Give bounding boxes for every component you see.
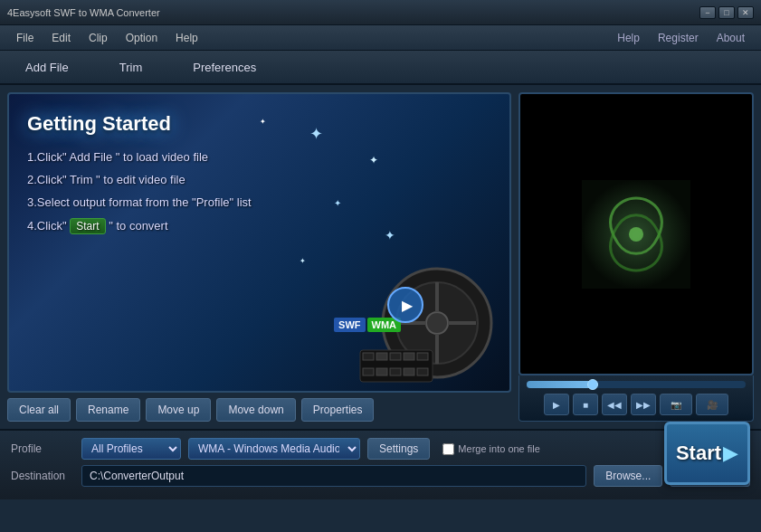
app-title: 4Easysoft SWF to WMA Converter	[7, 7, 697, 18]
settings-button[interactable]: Settings	[367, 438, 430, 460]
menu-help[interactable]: Help	[166, 28, 207, 48]
camera-button[interactable]: 🎥	[696, 394, 728, 415]
right-panel: ▶ ■ ◀◀ ▶▶ 📷 🎥	[518, 92, 754, 422]
swf-badge: SWF	[334, 318, 365, 332]
svg-rect-14	[376, 368, 387, 375]
fast-forward-button[interactable]: ▶▶	[631, 394, 656, 415]
move-up-button[interactable]: Move up	[146, 398, 211, 422]
menu-register[interactable]: Register	[649, 28, 708, 48]
preview-area: ✦ ✦ ✦ ✦ ✦ ✦ Getting Started 1.Click" Add…	[7, 92, 511, 393]
video-display	[518, 92, 754, 375]
action-buttons: Clear all Rename Move up Move down Prope…	[7, 398, 511, 422]
menu-clip[interactable]: Clip	[80, 28, 117, 48]
svg-rect-17	[417, 368, 428, 375]
film-reel-svg	[347, 233, 500, 386]
menu-help-right[interactable]: Help	[608, 28, 649, 48]
getting-started-title: Getting Started	[27, 112, 491, 136]
move-down-button[interactable]: Move down	[216, 398, 295, 422]
title-bar: 4Easysoft SWF to WMA Converter − □ ✕	[0, 0, 761, 25]
close-button[interactable]: ✕	[737, 6, 754, 19]
film-reel-area: SWF WMA ▶	[347, 233, 500, 386]
bottom-bar: Profile All Profiles WMA - Windows Media…	[0, 429, 761, 499]
instruction-2: 2.Click" Trim " to edit video file	[27, 173, 491, 186]
menu-bar: File Edit Clip Option Help Help Register…	[0, 25, 761, 51]
menu-about[interactable]: About	[708, 28, 754, 48]
clear-all-button[interactable]: Clear all	[7, 398, 71, 422]
playback-controls: ▶ ■ ◀◀ ▶▶ 📷 🎥	[527, 394, 746, 415]
svg-rect-13	[363, 368, 374, 375]
rename-button[interactable]: Rename	[76, 398, 140, 422]
svg-rect-9	[376, 353, 387, 360]
screenshot-button[interactable]: 📷	[660, 394, 692, 415]
start-button[interactable]: Start ▶	[664, 422, 750, 485]
merge-checkbox[interactable]	[442, 443, 454, 455]
start-inline-badge: Start	[70, 218, 105, 234]
svg-rect-10	[390, 353, 401, 360]
play-button[interactable]: ▶	[544, 394, 569, 415]
menu-file[interactable]: File	[7, 28, 43, 48]
destination-row: Destination Browse... Open Folder	[11, 465, 750, 487]
merge-wrap: Merge into one file	[442, 443, 540, 455]
instruction-3: 3.Select output format from the "Profile…	[27, 195, 491, 209]
toolbar-preferences[interactable]: Preferences	[185, 57, 263, 78]
maximize-button[interactable]: □	[718, 6, 735, 19]
profile-label: Profile	[11, 442, 74, 455]
rewind-button[interactable]: ◀◀	[602, 394, 627, 415]
destination-label: Destination	[11, 470, 74, 482]
player-controls: ▶ ■ ◀◀ ▶▶ 📷 🎥	[518, 375, 754, 422]
svg-rect-8	[363, 353, 374, 360]
start-arrow-icon: ▶	[723, 442, 738, 465]
format-badges: SWF WMA	[334, 318, 401, 332]
svg-rect-12	[417, 353, 428, 360]
play-overlay[interactable]: ▶	[387, 287, 423, 323]
svg-rect-16	[404, 368, 414, 375]
format-select[interactable]: WMA - Windows Media Audio (*.wma)	[188, 438, 360, 460]
browse-button[interactable]: Browse...	[594, 465, 662, 487]
left-panel: ✦ ✦ ✦ ✦ ✦ ✦ Getting Started 1.Click" Add…	[7, 92, 511, 422]
svg-rect-15	[390, 368, 401, 375]
svg-point-2	[426, 312, 448, 334]
toolbar-add-file[interactable]: Add File	[18, 57, 76, 78]
main-area: ✦ ✦ ✦ ✦ ✦ ✦ Getting Started 1.Click" Add…	[0, 85, 761, 429]
progress-thumb[interactable]	[587, 379, 598, 390]
toolbar: Add File Trim Preferences	[0, 51, 761, 85]
logo-svg	[582, 180, 690, 289]
svg-rect-11	[404, 353, 414, 360]
destination-input[interactable]	[81, 465, 586, 487]
properties-button[interactable]: Properties	[301, 398, 375, 422]
svg-point-19	[629, 227, 643, 242]
stop-button[interactable]: ■	[573, 394, 598, 415]
menu-edit[interactable]: Edit	[43, 28, 80, 48]
progress-fill	[527, 381, 593, 388]
progress-bar[interactable]	[527, 381, 746, 388]
profile-select[interactable]: All Profiles	[81, 438, 181, 460]
merge-label: Merge into one file	[458, 443, 540, 454]
profile-row: Profile All Profiles WMA - Windows Media…	[11, 438, 750, 460]
start-label: Start	[676, 442, 721, 465]
instruction-1: 1.Click" Add File " to load video file	[27, 150, 491, 164]
minimize-button[interactable]: −	[699, 6, 716, 19]
toolbar-trim[interactable]: Trim	[112, 57, 150, 78]
menu-option[interactable]: Option	[117, 28, 166, 48]
